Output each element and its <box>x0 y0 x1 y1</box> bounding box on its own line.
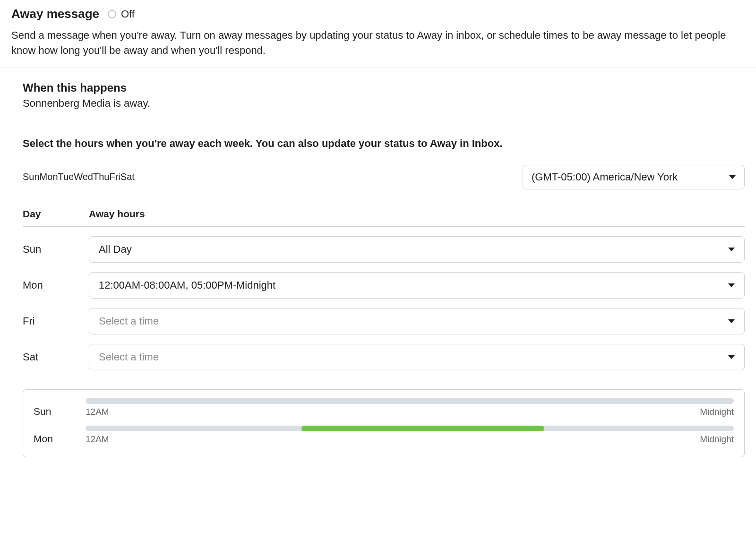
away-hours-placeholder: Select a time <box>99 351 159 363</box>
day-chip-thu[interactable]: Thu <box>93 171 109 182</box>
timeline-labels: 12AM Midnight <box>86 407 734 417</box>
content-region: When this happens Sonnenberg Media is aw… <box>0 68 756 469</box>
day-chip-tue[interactable]: Tue <box>58 171 74 182</box>
timeline-active-segment <box>301 426 545 431</box>
timeline-row: Sun 12AM Midnight <box>34 398 734 424</box>
timeline-end-label: Midnight <box>700 407 734 417</box>
chevron-down-icon <box>728 355 735 359</box>
page-description: Send a message when you're away. Turn on… <box>11 28 745 58</box>
timeline-start-label: 12AM <box>86 434 109 445</box>
days-timezone-row: Sun Mon Tue Wed Thu Fri Sat (GMT-05:00) … <box>23 165 745 189</box>
away-hours-value: 12:00AM-08:00AM, 05:00PM-Midnight <box>99 279 275 291</box>
timeline-row: Mon 12AM Midnight <box>34 426 734 451</box>
day-label: Fri <box>23 315 89 327</box>
when-subtitle: Sonnenberg Media is away. <box>23 97 745 124</box>
timeline-track-sun[interactable] <box>86 398 734 404</box>
column-day: Day <box>23 208 89 220</box>
timezone-value: (GMT-05:00) America/New York <box>532 171 678 183</box>
table-row: Sat Select a time <box>23 334 745 370</box>
column-away-hours: Away hours <box>89 208 745 220</box>
table-row: Fri Select a time <box>23 299 745 334</box>
away-hours-select[interactable]: All Day <box>89 236 745 263</box>
when-title: When this happens <box>23 81 745 94</box>
day-chip-mon[interactable]: Mon <box>40 171 58 182</box>
chevron-down-icon <box>728 248 735 251</box>
away-hours-placeholder: Select a time <box>99 315 159 327</box>
title-row: Away message Off <box>11 7 745 21</box>
page-header: Away message Off Send a message when you… <box>0 0 756 68</box>
day-label: Sun <box>23 243 89 256</box>
chevron-down-icon <box>728 283 735 287</box>
away-hours-select[interactable]: Select a time <box>89 344 745 370</box>
timeline-track-wrap: 12AM Midnight <box>86 426 734 451</box>
timezone-select[interactable]: (GMT-05:00) America/New York <box>523 165 745 189</box>
timeline-box: Sun 12AM Midnight Mon 12AM Midnight <box>23 389 745 457</box>
chevron-down-icon <box>729 175 736 179</box>
chevron-down-icon <box>728 319 735 323</box>
page-title: Away message <box>11 7 99 21</box>
day-label: Sat <box>23 351 89 363</box>
timeline-day-label: Mon <box>34 432 86 445</box>
timeline-start-label: 12AM <box>86 407 109 417</box>
table-row: Sun All Day <box>23 227 745 263</box>
timeline-end-label: Midnight <box>700 434 734 445</box>
status-label: Off <box>121 8 135 20</box>
day-chip-sat[interactable]: Sat <box>120 171 135 182</box>
days-strip[interactable]: Sun Mon Tue Wed Thu Fri Sat <box>23 171 135 182</box>
day-chip-fri[interactable]: Fri <box>109 171 120 182</box>
status-toggle[interactable]: Off <box>108 8 135 20</box>
day-chip-wed[interactable]: Wed <box>74 171 93 182</box>
table-header: Day Away hours <box>23 208 745 227</box>
away-hours-value: All Day <box>99 243 132 256</box>
timeline-track-mon[interactable] <box>86 426 734 431</box>
select-hours-description: Select the hours when you're away each w… <box>23 137 745 150</box>
day-chip-sun[interactable]: Sun <box>23 171 40 182</box>
timeline-day-label: Sun <box>34 405 86 417</box>
away-hours-select[interactable]: Select a time <box>89 308 745 334</box>
radio-off-icon <box>108 10 116 18</box>
timeline-labels: 12AM Midnight <box>86 434 734 445</box>
away-hours-select[interactable]: 12:00AM-08:00AM, 05:00PM-Midnight <box>89 272 745 299</box>
table-row: Mon 12:00AM-08:00AM, 05:00PM-Midnight <box>23 263 745 299</box>
timeline-track-wrap: 12AM Midnight <box>86 398 734 424</box>
day-label: Mon <box>23 279 89 291</box>
